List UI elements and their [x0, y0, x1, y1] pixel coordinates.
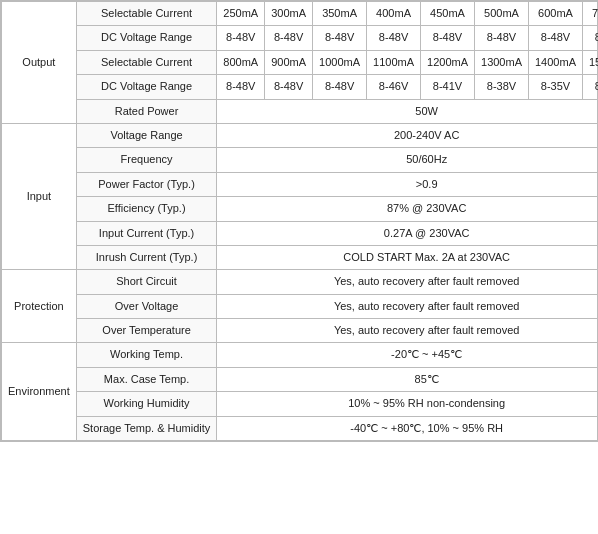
cell-value: 8-48V [475, 26, 529, 50]
cell-value: 300mA [265, 2, 313, 26]
row-label: Selectable Current [76, 50, 217, 74]
spec-table: OutputSelectable Current250mA300mA350mA4… [1, 1, 598, 441]
cell-value: 1300mA [475, 50, 529, 74]
table-row: DC Voltage Range8-48V8-48V8-48V8-46V8-41… [2, 75, 599, 99]
cell-value: 8-48V [265, 75, 313, 99]
span-value: 87% @ 230VAC [217, 197, 598, 221]
span-value: -20℃ ~ +45℃ [217, 343, 598, 367]
table-row: Rated Power50W [2, 99, 599, 123]
cell-value: 8-48V [582, 26, 598, 50]
span-value: Yes, auto recovery after fault removed [217, 270, 598, 294]
table-row: Power Factor (Typ.)>0.9 [2, 172, 599, 196]
table-row: Inrush Current (Typ.)COLD START Max. 2A … [2, 245, 599, 269]
table-row: Working Humidity10% ~ 95% RH non-condens… [2, 392, 599, 416]
cell-value: 350mA [313, 2, 367, 26]
row-label: Inrush Current (Typ.) [76, 245, 217, 269]
row-label: Max. Case Temp. [76, 367, 217, 391]
cell-value: 8-46V [367, 75, 421, 99]
section-label-output: Output [2, 2, 77, 124]
section-label-protection: Protection [2, 270, 77, 343]
row-label: Input Current (Typ.) [76, 221, 217, 245]
cell-value: 8-48V [367, 26, 421, 50]
cell-value: 8-48V [529, 26, 583, 50]
table-row: InputVoltage Range200-240V AC [2, 123, 599, 147]
row-label: Efficiency (Typ.) [76, 197, 217, 221]
row-label: Power Factor (Typ.) [76, 172, 217, 196]
row-label: Frequency [76, 148, 217, 172]
cell-value: 8-48V [421, 26, 475, 50]
row-label: Over Temperature [76, 319, 217, 343]
cell-value: 1100mA [367, 50, 421, 74]
span-value: 200-240V AC [217, 123, 598, 147]
span-value: 0.27A @ 230VAC [217, 221, 598, 245]
cell-value: 600mA [529, 2, 583, 26]
cell-value: 8-48V [265, 26, 313, 50]
cell-value: 1000mA [313, 50, 367, 74]
section-label-environment: Environment [2, 343, 77, 441]
section-label-input: Input [2, 123, 77, 269]
table-row: Input Current (Typ.)0.27A @ 230VAC [2, 221, 599, 245]
cell-value: 8-48V [217, 75, 265, 99]
table-row: EnvironmentWorking Temp.-20℃ ~ +45℃ [2, 343, 599, 367]
cell-value: 8-38V [475, 75, 529, 99]
cell-value: 400mA [367, 2, 421, 26]
span-value: -40℃ ~ +80℃, 10% ~ 95% RH [217, 416, 598, 440]
row-label: Short Circuit [76, 270, 217, 294]
row-label: Working Temp. [76, 343, 217, 367]
cell-value: 8-48V [313, 26, 367, 50]
cell-value: 500mA [475, 2, 529, 26]
cell-value: 900mA [265, 50, 313, 74]
cell-value: 8-48V [217, 26, 265, 50]
table-row: ProtectionShort CircuitYes, auto recover… [2, 270, 599, 294]
table-row: DC Voltage Range8-48V8-48V8-48V8-48V8-48… [2, 26, 599, 50]
table-row: Frequency50/60Hz [2, 148, 599, 172]
row-label: Over Voltage [76, 294, 217, 318]
cell-value: 450mA [421, 2, 475, 26]
cell-value: 8-33V [582, 75, 598, 99]
cell-value: 1400mA [529, 50, 583, 74]
table-row: Over VoltageYes, auto recovery after fau… [2, 294, 599, 318]
row-label: DC Voltage Range [76, 75, 217, 99]
cell-value: 800mA [217, 50, 265, 74]
table-row: Selectable Current800mA900mA1000mA1100mA… [2, 50, 599, 74]
cell-value: 1500mA [582, 50, 598, 74]
cell-value: 8-35V [529, 75, 583, 99]
row-label: Voltage Range [76, 123, 217, 147]
table-row: Efficiency (Typ.)87% @ 230VAC [2, 197, 599, 221]
table-row: Over TemperatureYes, auto recovery after… [2, 319, 599, 343]
spec-table-container: OutputSelectable Current250mA300mA350mA4… [0, 0, 598, 442]
span-value: 85℃ [217, 367, 598, 391]
cell-value: 1200mA [421, 50, 475, 74]
span-value: 50W [217, 99, 598, 123]
row-label: Selectable Current [76, 2, 217, 26]
span-value: COLD START Max. 2A at 230VAC [217, 245, 598, 269]
span-value: 50/60Hz [217, 148, 598, 172]
row-label: Storage Temp. & Humidity [76, 416, 217, 440]
cell-value: 700mA [582, 2, 598, 26]
row-label: Rated Power [76, 99, 217, 123]
cell-value: 8-48V [313, 75, 367, 99]
row-label: Working Humidity [76, 392, 217, 416]
table-row: Storage Temp. & Humidity-40℃ ~ +80℃, 10%… [2, 416, 599, 440]
span-value: >0.9 [217, 172, 598, 196]
cell-value: 8-41V [421, 75, 475, 99]
table-row: OutputSelectable Current250mA300mA350mA4… [2, 2, 599, 26]
row-label: DC Voltage Range [76, 26, 217, 50]
span-value: 10% ~ 95% RH non-condensing [217, 392, 598, 416]
cell-value: 250mA [217, 2, 265, 26]
table-row: Max. Case Temp.85℃ [2, 367, 599, 391]
span-value: Yes, auto recovery after fault removed [217, 294, 598, 318]
span-value: Yes, auto recovery after fault removed [217, 319, 598, 343]
